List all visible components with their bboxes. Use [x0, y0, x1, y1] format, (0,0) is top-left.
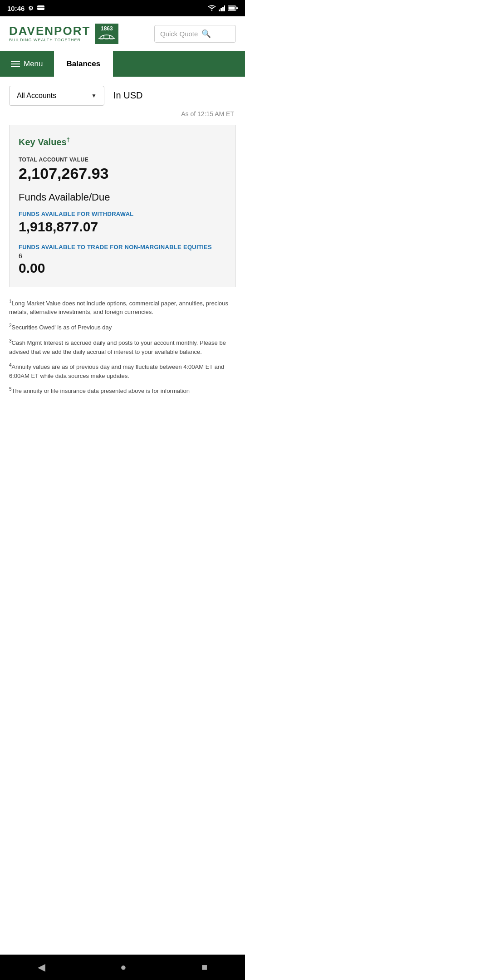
key-values-title: Key Values† [19, 136, 226, 147]
signal-icon [219, 5, 225, 11]
menu-label: Menu [24, 59, 43, 69]
account-selector-label: All Accounts [17, 92, 56, 100]
logo: DAVENPORT BUILDING WEALTH TOGETHER 1863 [9, 24, 118, 44]
balances-label: Balances [67, 59, 101, 69]
logo-text: DAVENPORT BUILDING WEALTH TOGETHER [9, 25, 90, 42]
logo-bridge-icon [98, 32, 115, 42]
dropdown-arrow-icon: ▼ [91, 93, 97, 99]
wifi-icon [208, 5, 216, 11]
funds-available-due-title: Funds Available/Due [19, 191, 226, 203]
funds-trade-value: 0.00 [19, 260, 226, 276]
quick-quote-placeholder: Quick Quote [160, 30, 198, 38]
battery-icon [228, 5, 238, 11]
svg-rect-6 [224, 5, 225, 11]
logo-subtitle: BUILDING WEALTH TOGETHER [9, 38, 90, 42]
logo-badge: 1863 [95, 24, 118, 44]
footnote-item: 3Cash Mgmt Interest is accrued daily and… [9, 338, 236, 356]
footnotes-section: 1Long Market Value does not include opti… [0, 287, 245, 412]
status-bar: 10:46 ⚙ [0, 0, 245, 16]
svg-rect-1 [37, 7, 44, 8]
main-content: All Accounts ▼ In USD As of 12:15 AM ET … [0, 77, 245, 287]
footnote-item: 1Long Market Value does not include opti… [9, 298, 236, 317]
funds-withdrawal-label: FUNDS AVAILABLE FOR WITHDRAWAL [19, 211, 226, 217]
account-selector[interactable]: All Accounts ▼ [9, 86, 104, 106]
menu-button[interactable]: Menu [0, 51, 54, 77]
key-values-section: Key Values† TOTAL ACCOUNT VALUE 2,107,26… [9, 125, 236, 287]
settings-icon: ⚙ [28, 5, 34, 12]
total-account-value: 2,107,267.93 [19, 165, 226, 182]
currency-label: In USD [113, 90, 142, 101]
timestamp-text: As of 12:15 AM ET [181, 110, 234, 118]
status-left: 10:46 ⚙ [7, 5, 44, 12]
header: DAVENPORT BUILDING WEALTH TOGETHER 1863 [0, 16, 245, 51]
svg-rect-5 [222, 7, 224, 11]
logo-title: DAVENPORT [9, 25, 90, 37]
svg-rect-4 [220, 8, 222, 11]
logo-year: 1863 [98, 25, 115, 32]
footnote-item: 2Securities Owed' is as of Previous day [9, 322, 236, 332]
status-right [208, 5, 238, 11]
hamburger-icon [11, 61, 20, 67]
hamburger-line-3 [11, 66, 20, 67]
footnote-item: 4Annuity values are as of previous day a… [9, 362, 236, 380]
total-account-value-label: TOTAL ACCOUNT VALUE [19, 157, 226, 163]
timestamp: As of 12:15 AM ET [9, 110, 236, 118]
funds-trade-sup: 6 [19, 252, 226, 260]
svg-point-2 [211, 10, 212, 11]
search-icon: 🔍 [201, 29, 211, 39]
funds-trade-label: FUNDS AVAILABLE TO TRADE FOR NON-MARGINA… [19, 244, 226, 250]
svg-rect-3 [219, 10, 220, 11]
status-time: 10:46 [7, 5, 24, 12]
hamburger-line-1 [11, 61, 20, 62]
quick-quote-input[interactable]: Quick Quote 🔍 [154, 25, 236, 43]
card-icon [37, 5, 44, 12]
footnote-item: 5The annuity or life insurance data pres… [9, 386, 236, 396]
funds-withdrawal-value: 1,918,877.07 [19, 219, 226, 235]
svg-rect-9 [236, 7, 238, 9]
nav-bar: Menu Balances [0, 51, 245, 77]
balances-tab[interactable]: Balances [54, 51, 113, 77]
account-row: All Accounts ▼ In USD [9, 86, 236, 106]
hamburger-line-2 [11, 64, 20, 64]
svg-rect-8 [229, 7, 235, 10]
